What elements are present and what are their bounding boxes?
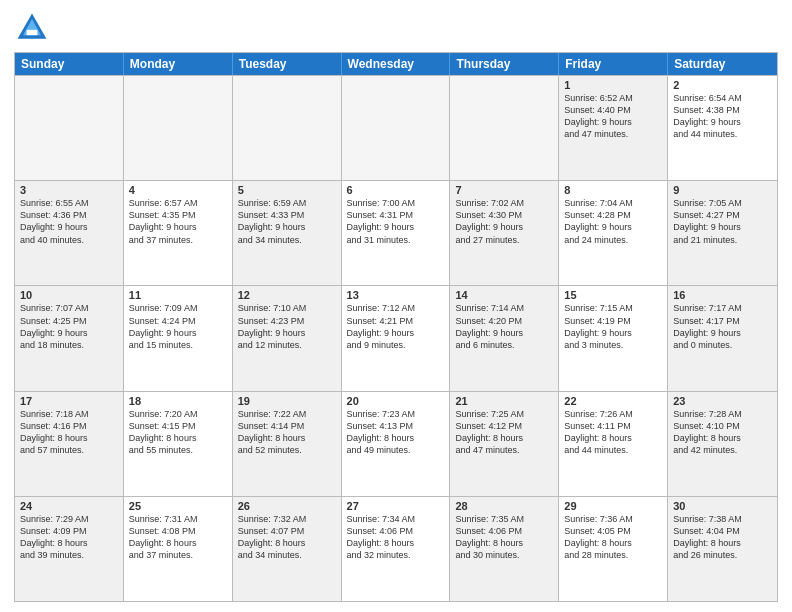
calendar-header: SundayMondayTuesdayWednesdayThursdayFrid… bbox=[15, 53, 777, 75]
day-info: Sunrise: 7:35 AM Sunset: 4:06 PM Dayligh… bbox=[455, 513, 553, 562]
logo-icon bbox=[14, 10, 50, 46]
cal-row-4: 24Sunrise: 7:29 AM Sunset: 4:09 PM Dayli… bbox=[15, 496, 777, 601]
day-info: Sunrise: 7:23 AM Sunset: 4:13 PM Dayligh… bbox=[347, 408, 445, 457]
cal-cell bbox=[15, 76, 124, 180]
day-number: 1 bbox=[564, 79, 662, 91]
cal-cell: 30Sunrise: 7:38 AM Sunset: 4:04 PM Dayli… bbox=[668, 497, 777, 601]
day-number: 29 bbox=[564, 500, 662, 512]
cal-cell: 1Sunrise: 6:52 AM Sunset: 4:40 PM Daylig… bbox=[559, 76, 668, 180]
cal-row-3: 17Sunrise: 7:18 AM Sunset: 4:16 PM Dayli… bbox=[15, 391, 777, 496]
header-day-sunday: Sunday bbox=[15, 53, 124, 75]
day-number: 14 bbox=[455, 289, 553, 301]
day-info: Sunrise: 7:14 AM Sunset: 4:20 PM Dayligh… bbox=[455, 302, 553, 351]
cal-cell: 19Sunrise: 7:22 AM Sunset: 4:14 PM Dayli… bbox=[233, 392, 342, 496]
cal-cell: 15Sunrise: 7:15 AM Sunset: 4:19 PM Dayli… bbox=[559, 286, 668, 390]
day-info: Sunrise: 7:17 AM Sunset: 4:17 PM Dayligh… bbox=[673, 302, 772, 351]
day-number: 7 bbox=[455, 184, 553, 196]
day-info: Sunrise: 7:29 AM Sunset: 4:09 PM Dayligh… bbox=[20, 513, 118, 562]
cal-cell: 27Sunrise: 7:34 AM Sunset: 4:06 PM Dayli… bbox=[342, 497, 451, 601]
day-number: 26 bbox=[238, 500, 336, 512]
day-info: Sunrise: 7:05 AM Sunset: 4:27 PM Dayligh… bbox=[673, 197, 772, 246]
day-number: 4 bbox=[129, 184, 227, 196]
day-number: 24 bbox=[20, 500, 118, 512]
cal-cell bbox=[450, 76, 559, 180]
header bbox=[14, 10, 778, 46]
cal-cell: 29Sunrise: 7:36 AM Sunset: 4:05 PM Dayli… bbox=[559, 497, 668, 601]
cal-cell: 12Sunrise: 7:10 AM Sunset: 4:23 PM Dayli… bbox=[233, 286, 342, 390]
day-number: 16 bbox=[673, 289, 772, 301]
day-info: Sunrise: 6:57 AM Sunset: 4:35 PM Dayligh… bbox=[129, 197, 227, 246]
day-info: Sunrise: 7:34 AM Sunset: 4:06 PM Dayligh… bbox=[347, 513, 445, 562]
calendar: SundayMondayTuesdayWednesdayThursdayFrid… bbox=[14, 52, 778, 602]
day-number: 9 bbox=[673, 184, 772, 196]
day-number: 25 bbox=[129, 500, 227, 512]
day-info: Sunrise: 7:25 AM Sunset: 4:12 PM Dayligh… bbox=[455, 408, 553, 457]
day-info: Sunrise: 6:52 AM Sunset: 4:40 PM Dayligh… bbox=[564, 92, 662, 141]
cal-cell: 4Sunrise: 6:57 AM Sunset: 4:35 PM Daylig… bbox=[124, 181, 233, 285]
day-info: Sunrise: 7:26 AM Sunset: 4:11 PM Dayligh… bbox=[564, 408, 662, 457]
day-number: 13 bbox=[347, 289, 445, 301]
day-number: 20 bbox=[347, 395, 445, 407]
day-number: 8 bbox=[564, 184, 662, 196]
cal-row-0: 1Sunrise: 6:52 AM Sunset: 4:40 PM Daylig… bbox=[15, 75, 777, 180]
day-info: Sunrise: 6:59 AM Sunset: 4:33 PM Dayligh… bbox=[238, 197, 336, 246]
day-number: 3 bbox=[20, 184, 118, 196]
day-number: 10 bbox=[20, 289, 118, 301]
day-info: Sunrise: 7:12 AM Sunset: 4:21 PM Dayligh… bbox=[347, 302, 445, 351]
day-info: Sunrise: 7:18 AM Sunset: 4:16 PM Dayligh… bbox=[20, 408, 118, 457]
logo bbox=[14, 10, 54, 46]
svg-rect-2 bbox=[27, 30, 38, 35]
cal-cell: 18Sunrise: 7:20 AM Sunset: 4:15 PM Dayli… bbox=[124, 392, 233, 496]
day-info: Sunrise: 7:07 AM Sunset: 4:25 PM Dayligh… bbox=[20, 302, 118, 351]
day-number: 23 bbox=[673, 395, 772, 407]
cal-cell: 8Sunrise: 7:04 AM Sunset: 4:28 PM Daylig… bbox=[559, 181, 668, 285]
cal-cell bbox=[124, 76, 233, 180]
cal-cell: 2Sunrise: 6:54 AM Sunset: 4:38 PM Daylig… bbox=[668, 76, 777, 180]
cal-cell: 10Sunrise: 7:07 AM Sunset: 4:25 PM Dayli… bbox=[15, 286, 124, 390]
cal-cell: 5Sunrise: 6:59 AM Sunset: 4:33 PM Daylig… bbox=[233, 181, 342, 285]
cal-cell: 3Sunrise: 6:55 AM Sunset: 4:36 PM Daylig… bbox=[15, 181, 124, 285]
day-number: 2 bbox=[673, 79, 772, 91]
day-number: 18 bbox=[129, 395, 227, 407]
header-day-friday: Friday bbox=[559, 53, 668, 75]
cal-cell: 11Sunrise: 7:09 AM Sunset: 4:24 PM Dayli… bbox=[124, 286, 233, 390]
day-number: 6 bbox=[347, 184, 445, 196]
cal-cell: 23Sunrise: 7:28 AM Sunset: 4:10 PM Dayli… bbox=[668, 392, 777, 496]
cal-cell: 9Sunrise: 7:05 AM Sunset: 4:27 PM Daylig… bbox=[668, 181, 777, 285]
day-number: 15 bbox=[564, 289, 662, 301]
cal-cell: 21Sunrise: 7:25 AM Sunset: 4:12 PM Dayli… bbox=[450, 392, 559, 496]
day-info: Sunrise: 6:55 AM Sunset: 4:36 PM Dayligh… bbox=[20, 197, 118, 246]
day-info: Sunrise: 7:09 AM Sunset: 4:24 PM Dayligh… bbox=[129, 302, 227, 351]
header-day-wednesday: Wednesday bbox=[342, 53, 451, 75]
day-info: Sunrise: 7:20 AM Sunset: 4:15 PM Dayligh… bbox=[129, 408, 227, 457]
cal-cell: 28Sunrise: 7:35 AM Sunset: 4:06 PM Dayli… bbox=[450, 497, 559, 601]
cal-cell: 17Sunrise: 7:18 AM Sunset: 4:16 PM Dayli… bbox=[15, 392, 124, 496]
day-info: Sunrise: 7:36 AM Sunset: 4:05 PM Dayligh… bbox=[564, 513, 662, 562]
day-info: Sunrise: 7:04 AM Sunset: 4:28 PM Dayligh… bbox=[564, 197, 662, 246]
day-number: 12 bbox=[238, 289, 336, 301]
cal-cell: 6Sunrise: 7:00 AM Sunset: 4:31 PM Daylig… bbox=[342, 181, 451, 285]
header-day-saturday: Saturday bbox=[668, 53, 777, 75]
page: SundayMondayTuesdayWednesdayThursdayFrid… bbox=[0, 0, 792, 612]
cal-cell: 26Sunrise: 7:32 AM Sunset: 4:07 PM Dayli… bbox=[233, 497, 342, 601]
cal-cell: 13Sunrise: 7:12 AM Sunset: 4:21 PM Dayli… bbox=[342, 286, 451, 390]
day-info: Sunrise: 7:15 AM Sunset: 4:19 PM Dayligh… bbox=[564, 302, 662, 351]
cal-row-2: 10Sunrise: 7:07 AM Sunset: 4:25 PM Dayli… bbox=[15, 285, 777, 390]
cal-cell: 16Sunrise: 7:17 AM Sunset: 4:17 PM Dayli… bbox=[668, 286, 777, 390]
header-day-thursday: Thursday bbox=[450, 53, 559, 75]
day-info: Sunrise: 7:28 AM Sunset: 4:10 PM Dayligh… bbox=[673, 408, 772, 457]
day-number: 27 bbox=[347, 500, 445, 512]
day-info: Sunrise: 7:38 AM Sunset: 4:04 PM Dayligh… bbox=[673, 513, 772, 562]
day-number: 21 bbox=[455, 395, 553, 407]
header-day-monday: Monday bbox=[124, 53, 233, 75]
cal-cell: 7Sunrise: 7:02 AM Sunset: 4:30 PM Daylig… bbox=[450, 181, 559, 285]
cal-cell: 24Sunrise: 7:29 AM Sunset: 4:09 PM Dayli… bbox=[15, 497, 124, 601]
cal-cell: 25Sunrise: 7:31 AM Sunset: 4:08 PM Dayli… bbox=[124, 497, 233, 601]
cal-cell bbox=[342, 76, 451, 180]
day-info: Sunrise: 7:02 AM Sunset: 4:30 PM Dayligh… bbox=[455, 197, 553, 246]
cal-cell: 20Sunrise: 7:23 AM Sunset: 4:13 PM Dayli… bbox=[342, 392, 451, 496]
day-number: 19 bbox=[238, 395, 336, 407]
cal-cell: 14Sunrise: 7:14 AM Sunset: 4:20 PM Dayli… bbox=[450, 286, 559, 390]
day-number: 11 bbox=[129, 289, 227, 301]
day-number: 28 bbox=[455, 500, 553, 512]
